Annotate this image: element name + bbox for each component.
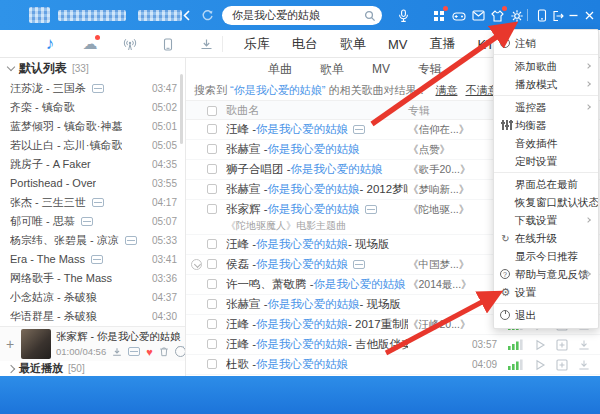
play-icon[interactable] bbox=[534, 335, 556, 354]
album-name[interactable]: 《2014最...》 bbox=[408, 275, 472, 294]
sidebar-song-row[interactable]: 华语群星 - 杀破狼 04:30 bbox=[0, 307, 185, 326]
album-name[interactable]: 《点赞》 bbox=[408, 140, 472, 159]
row-checkbox[interactable] bbox=[207, 279, 217, 289]
row-checkbox[interactable] bbox=[207, 339, 217, 349]
album-name[interactable]: 《歌手20...》 bbox=[408, 160, 472, 179]
refresh-icon[interactable] bbox=[200, 8, 214, 22]
add-to-playlist-icon[interactable] bbox=[556, 335, 578, 354]
menu-item[interactable]: 添加歌曲 bbox=[494, 57, 598, 75]
mv-icon[interactable] bbox=[81, 217, 93, 226]
table-row[interactable]: 汪峰 - 你是我心爱的姑娘 - 吉他版伴奏 03:57 bbox=[186, 335, 600, 355]
delete-icon[interactable] bbox=[159, 346, 169, 357]
more-icon[interactable] bbox=[175, 346, 186, 357]
nav-tab[interactable]: 直播 bbox=[430, 35, 456, 53]
satisfied-link[interactable]: 满意 bbox=[435, 83, 457, 98]
menu-item[interactable]: 均衡器 bbox=[494, 116, 598, 134]
sidebar-scrollbar[interactable] bbox=[180, 74, 183, 144]
menu-item[interactable]: 定时设置 bbox=[494, 152, 598, 170]
mv-icon[interactable] bbox=[353, 125, 365, 134]
album-name[interactable]: 《信仰在...》 bbox=[408, 120, 472, 139]
row-checkbox[interactable] bbox=[207, 319, 217, 329]
menu-item[interactable]: 帮助与意见反馈 bbox=[494, 265, 598, 283]
row-checkbox[interactable] bbox=[207, 259, 217, 269]
row-checkbox[interactable] bbox=[207, 359, 217, 369]
mv-icon[interactable] bbox=[365, 205, 377, 214]
menu-item[interactable]: 设置 bbox=[494, 283, 598, 301]
listened-icon[interactable] bbox=[191, 259, 202, 270]
sidebar-song-row[interactable]: 小念姑凉 - 杀破狼 04:37 bbox=[0, 288, 185, 307]
menu-item[interactable]: 显示今日推荐 bbox=[494, 247, 598, 265]
result-type-tab[interactable]: 专辑 bbox=[418, 61, 442, 78]
nav-tab[interactable]: 乐库 bbox=[244, 35, 270, 53]
mv-icon[interactable] bbox=[92, 198, 104, 207]
row-checkbox[interactable] bbox=[207, 164, 217, 174]
sidebar-song-row[interactable]: 蓝梦倾羽 - 镇命歌·神墓 05:01 bbox=[0, 117, 185, 136]
album-name[interactable]: 《陀地驱...》 bbox=[408, 200, 472, 219]
mv-icon[interactable] bbox=[92, 84, 104, 93]
result-type-tab[interactable]: 歌单 bbox=[320, 61, 344, 78]
play-icon[interactable] bbox=[534, 355, 556, 374]
row-checkbox[interactable] bbox=[207, 144, 217, 154]
close-icon[interactable] bbox=[582, 8, 597, 23]
menu-item[interactable]: 播放模式 bbox=[494, 75, 598, 93]
search-input[interactable]: 你是我心爱的姑娘 bbox=[222, 6, 382, 25]
table-row[interactable]: 杜歌 - 你是我心爱的姑娘 04:09 bbox=[186, 355, 600, 375]
sidebar-song-row[interactable]: 张杰 - 三生三世 04:17 bbox=[0, 193, 185, 212]
device-icon[interactable] bbox=[158, 34, 178, 54]
apps-grid-icon[interactable] bbox=[431, 8, 446, 23]
mv-icon[interactable] bbox=[91, 255, 103, 264]
download-icon[interactable] bbox=[578, 355, 600, 374]
now-playing-card[interactable]: 张家辉 - 你是我心爱的姑娘 01:00/04:56 ♥ bbox=[0, 326, 185, 361]
result-type-tab[interactable]: 单曲 bbox=[268, 61, 292, 78]
default-playlist-header[interactable]: 默认列表 [33] bbox=[0, 58, 185, 79]
add-song-icon[interactable] bbox=[4, 336, 16, 352]
gear-icon[interactable] bbox=[509, 8, 524, 23]
sidebar-song-row[interactable]: Portishead - Over 03:55 bbox=[0, 174, 185, 193]
album-name[interactable]: 《汪峰20...》 bbox=[408, 315, 472, 334]
mini-player-icon[interactable] bbox=[534, 8, 549, 23]
minimize-icon[interactable] bbox=[566, 8, 581, 23]
menu-item[interactable]: 音效插件 bbox=[494, 134, 598, 152]
add-to-playlist-icon[interactable] bbox=[556, 355, 578, 374]
menu-item[interactable]: 注销 bbox=[494, 34, 598, 52]
menu-item[interactable]: 遥控器 bbox=[494, 98, 598, 116]
row-checkbox[interactable] bbox=[207, 299, 217, 309]
download-icon[interactable] bbox=[112, 347, 122, 357]
row-checkbox[interactable] bbox=[207, 184, 217, 194]
nav-tab[interactable]: 电台 bbox=[292, 35, 318, 53]
sidebar-song-row[interactable]: 若以止白 - 忘川·镇命歌 05:05 bbox=[0, 136, 185, 155]
album-name[interactable]: 《中国梦...》 bbox=[408, 255, 472, 274]
sidebar-song-row[interactable]: 郁可唯 - 思慕 05:07 bbox=[0, 212, 185, 231]
sidebar-song-row[interactable]: 跳房子 - A Faker 04:35 bbox=[0, 155, 185, 174]
album-name[interactable] bbox=[408, 355, 472, 374]
radio-icon[interactable] bbox=[120, 34, 140, 54]
menu-item[interactable]: 在线升级 bbox=[494, 229, 598, 247]
album-name[interactable] bbox=[408, 335, 472, 354]
mic-icon[interactable] bbox=[396, 8, 411, 23]
menu-item[interactable]: 退出 bbox=[494, 306, 598, 324]
recent-played-header[interactable]: 最近播放 [50] bbox=[0, 361, 185, 376]
menu-item[interactable]: 恢复窗口默认状态 bbox=[494, 193, 598, 211]
download-manager-icon[interactable] bbox=[196, 34, 216, 54]
menu-item[interactable]: 界面总在最前 bbox=[494, 175, 598, 193]
censored-user-info[interactable] bbox=[58, 10, 126, 21]
sidebar-song-row[interactable]: 网络歌手 - The Mass 03:36 bbox=[0, 269, 185, 288]
result-type-tab[interactable]: MV bbox=[372, 62, 390, 76]
select-all-checkbox[interactable] bbox=[207, 106, 217, 116]
album-name[interactable] bbox=[408, 235, 472, 254]
menu-item[interactable]: 下载设置 bbox=[494, 211, 598, 229]
row-checkbox[interactable] bbox=[207, 124, 217, 134]
sidebar-song-row[interactable]: 杨宗纬、张碧晨 - 凉凉 05:33 bbox=[0, 231, 185, 250]
nav-tab[interactable]: MV bbox=[388, 37, 408, 52]
exit-mode-icon[interactable] bbox=[550, 8, 565, 23]
cloud-icon[interactable]: ☁ bbox=[80, 34, 100, 54]
sidebar-song-row[interactable]: Era - The Mass 03:41 bbox=[0, 250, 185, 269]
row-checkbox[interactable] bbox=[207, 239, 217, 249]
back-icon[interactable] bbox=[180, 8, 194, 22]
row-checkbox[interactable] bbox=[207, 204, 217, 214]
music-library-icon[interactable]: ♪ bbox=[40, 34, 60, 54]
mv-icon[interactable] bbox=[125, 236, 137, 245]
album-name[interactable] bbox=[408, 295, 472, 314]
message-icon[interactable] bbox=[471, 8, 486, 23]
download-icon[interactable] bbox=[578, 335, 600, 354]
